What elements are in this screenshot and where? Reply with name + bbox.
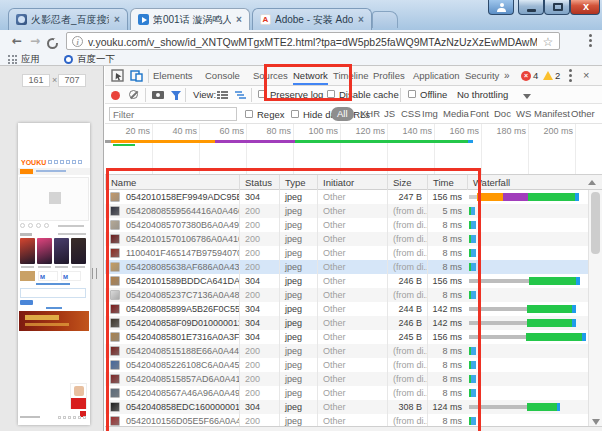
poster-thumbnail[interactable] [71, 238, 86, 264]
comment-submit-button[interactable] [20, 300, 33, 305]
disable-cache-label[interactable]: Disable cache [339, 86, 399, 103]
offline-checkbox[interactable] [408, 90, 416, 98]
throttling-select[interactable]: No throttling [457, 86, 508, 103]
maximize-button[interactable] [544, 0, 570, 15]
filter-input[interactable] [109, 107, 237, 121]
network-overview[interactable]: 20 ms40 ms60 ms80 ms100 ms120 ms140 ms16… [105, 124, 602, 174]
preserve-log-checkbox[interactable] [258, 90, 266, 98]
devtools-menu-button[interactable] [569, 69, 572, 83]
column-header-name[interactable]: Name [105, 175, 239, 190]
warning-count[interactable]: 2 [555, 66, 560, 85]
reload-button[interactable] [44, 32, 62, 50]
floating-ad[interactable] [70, 383, 87, 409]
device-toolbar-icon[interactable] [130, 69, 143, 82]
record-button[interactable] [111, 91, 120, 100]
devtools-tab-application[interactable]: Application [413, 66, 459, 85]
request-row[interactable]: 054204085707380B6A0A49045A...200jpegOthe… [105, 218, 588, 232]
poster-thumbnail[interactable] [20, 238, 35, 264]
devtools-tab-sources[interactable]: Sources [253, 66, 288, 85]
new-tab-button[interactable] [372, 11, 398, 28]
offline-label[interactable]: Offline [420, 86, 447, 103]
column-header-type[interactable]: Type [279, 175, 317, 190]
request-row[interactable]: 0542040858EDC1600000015D7...304jpegOther… [105, 400, 588, 414]
view-overview-icon[interactable] [235, 91, 246, 99]
pane-resize-grip[interactable] [92, 268, 97, 279]
request-row[interactable]: 054204085226108C6A0A454B5...200jpegOther… [105, 358, 588, 372]
devtools-tab-console[interactable]: Console [205, 66, 240, 85]
device-height-input[interactable]: 707 [58, 74, 86, 87]
filter-type-img[interactable]: Img [419, 107, 441, 121]
page-link[interactable] [36, 283, 70, 285]
brand-logo[interactable]: M [38, 271, 58, 281]
more-link[interactable] [46, 307, 62, 309]
inspect-element-icon[interactable] [111, 69, 124, 82]
error-badge-icon[interactable]: × [521, 71, 531, 81]
regex-checkbox[interactable] [245, 110, 253, 118]
apps-grid-icon[interactable] [8, 55, 17, 64]
filter-type-xhr[interactable]: XHR [357, 107, 383, 121]
devtools-tab-security[interactable]: Security [465, 66, 499, 85]
capture-screenshots-icon[interactable] [152, 91, 164, 99]
filter-type-font[interactable]: Font [467, 107, 492, 121]
tab-close-icon[interactable]: × [355, 14, 367, 26]
column-header-waterfall[interactable]: Waterfall [467, 175, 588, 190]
poster-thumbnail[interactable] [37, 238, 52, 264]
tab-close-icon[interactable]: × [111, 14, 123, 26]
table-scrollbar[interactable] [588, 190, 602, 431]
url-text[interactable]: v.youku.com/v_show/id_XNTQwMTgxMTE2.html… [88, 35, 537, 49]
throttling-dropdown-arrow[interactable] [523, 94, 531, 99]
request-row[interactable]: 0542040858F09D010000011D8D...304jpegOthe… [105, 316, 588, 330]
filter-type-other[interactable]: Other [568, 107, 598, 121]
scrollbar-thumb[interactable] [591, 192, 600, 254]
request-row[interactable]: 0542010158EF9949ADC95B51F8...304jpegOthe… [105, 190, 588, 204]
profile-button[interactable] [488, 0, 514, 15]
more-tabs-button[interactable]: » [504, 66, 510, 85]
browser-tab-1[interactable]: 火影忍者_百度搜索× [8, 8, 128, 30]
poster-thumbnail[interactable] [54, 238, 69, 264]
devtools-tab-network[interactable]: Network [293, 66, 328, 85]
request-row[interactable]: 05420808559564416A0A466A3...200jpegOther… [105, 204, 588, 218]
column-header-time[interactable]: Time [427, 175, 467, 190]
request-row[interactable]: 1100401F465147B97594070163...200jpegOthe… [105, 246, 588, 260]
request-row[interactable]: 05420101570106786A0A41045F...200jpegOthe… [105, 232, 588, 246]
regex-label[interactable]: Regex [257, 106, 284, 123]
browser-menu-button[interactable] [589, 34, 592, 48]
close-button[interactable]: x [570, 0, 600, 15]
browser-tab-2[interactable]: 第001话 漩涡鸣人登场—× [130, 8, 250, 30]
address-bar[interactable]: i v.youku.com/v_show/id_XNTQwMTgxMTE2.ht… [66, 32, 560, 50]
request-row[interactable]: 054204085237C7136A0A481CE...200jpegOther… [105, 288, 588, 302]
back-button[interactable]: ← [8, 32, 26, 50]
request-row[interactable]: 05420408515857AD6A0A41796...200jpegOther… [105, 372, 588, 386]
devtools-tab-elements[interactable]: Elements [153, 66, 193, 85]
clear-button[interactable] [129, 90, 138, 99]
bookmark-baidu[interactable]: 百度一下 [77, 52, 115, 66]
request-row[interactable]: 05420101589BDDCA641DA4182...304jpegOther… [105, 274, 588, 288]
devtools-close-button[interactable]: × [583, 66, 589, 85]
filter-type-doc[interactable]: Doc [491, 107, 514, 121]
related-thumb[interactable] [20, 271, 35, 281]
column-header-initiator[interactable]: Initiator [317, 175, 387, 190]
devtools-tab-timeline[interactable]: Timeline [333, 66, 369, 85]
request-row[interactable]: 054204085801E7316A0A3F04E3...304jpegOthe… [105, 330, 588, 344]
disable-cache-checkbox[interactable] [327, 90, 335, 98]
banner-ad[interactable] [19, 311, 89, 331]
devtools-tab-profiles[interactable]: Profiles [373, 66, 405, 85]
brand-logo[interactable]: M [61, 271, 81, 281]
filter-funnel-icon[interactable] [171, 91, 181, 97]
warning-badge-icon[interactable] [543, 71, 553, 80]
column-header-status[interactable]: Status [239, 175, 279, 190]
request-row[interactable]: 05420408515188E66A0A4471C9...200jpegOthe… [105, 344, 588, 358]
sort-arrow-icon[interactable] [588, 180, 596, 185]
error-count[interactable]: 4 [533, 66, 538, 85]
tab-close-icon[interactable]: × [233, 14, 245, 26]
apps-label[interactable]: 应用 [21, 52, 40, 66]
filter-type-manifest[interactable]: Manifest [531, 107, 573, 121]
bookmark-star-icon[interactable]: ☆ [541, 34, 555, 50]
minimize-button[interactable] [518, 0, 544, 15]
preserve-log-label[interactable]: Preserve log [270, 86, 323, 103]
column-header-size[interactable]: Size [387, 175, 427, 190]
hide-data-urls-checkbox[interactable] [291, 110, 299, 118]
filter-type-js[interactable]: JS [381, 107, 398, 121]
request-row[interactable]: 05420408567A46A96A0A49244...200jpegOther… [105, 386, 588, 400]
video-player-placeholder[interactable] [19, 177, 89, 221]
